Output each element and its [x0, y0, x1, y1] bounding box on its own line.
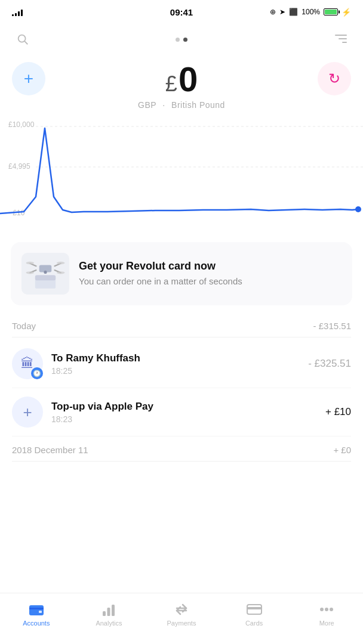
battery-pct-label: 100% — [302, 8, 320, 16]
page-dot-2 — [183, 38, 187, 42]
chart-area: £10,000 £4,995 - £10 — [0, 113, 363, 233]
analytics-nav-label: Analytics — [96, 620, 122, 627]
transaction-time-1: 18:25 — [51, 366, 300, 376]
chart-svg — [0, 113, 363, 233]
svg-point-28 — [325, 608, 328, 611]
svg-point-27 — [320, 608, 324, 611]
card-banner-description: You can order one in a matter of seconds — [79, 275, 242, 287]
nav-item-payments[interactable]: Payments — [145, 599, 218, 627]
svg-point-4 — [355, 206, 361, 212]
wallet-icon — [29, 603, 44, 616]
svg-rect-22 — [112, 605, 115, 616]
plus-icon: + — [24, 70, 33, 87]
bottom-spacer — [0, 462, 363, 519]
signal-bar-3 — [18, 11, 20, 16]
balance-section: + £ 0 GBP · British Pound ↻ — [0, 56, 363, 113]
drone-illustration — [24, 256, 66, 292]
signal-bar-2 — [15, 13, 17, 16]
transaction-details-2: Top-up via Apple Pay 18:23 — [51, 401, 317, 424]
search-icon — [16, 33, 29, 46]
dec-date-label: 2018 December 11 — [12, 445, 88, 455]
svg-rect-21 — [107, 608, 110, 616]
payments-icon — [174, 602, 189, 617]
transaction-name-2: Top-up via Apple Pay — [51, 401, 317, 413]
svg-point-12 — [26, 262, 34, 264]
svg-point-15 — [57, 271, 65, 274]
bottom-nav: Accounts Analytics Payments — [0, 593, 363, 644]
dec-total: + £0 — [333, 445, 351, 455]
svg-rect-26 — [247, 607, 262, 609]
transaction-item[interactable]: 🏛 🕐 To Ramy Khuffash 18:25 - £325.51 — [12, 340, 351, 388]
battery-fill — [325, 10, 337, 14]
clock-badge: 🕐 — [31, 367, 43, 379]
transaction-icon-bank: 🏛 🕐 — [12, 348, 43, 379]
filter-button[interactable] — [330, 29, 351, 50]
svg-point-13 — [57, 262, 65, 264]
sync-button[interactable]: ↻ — [318, 62, 351, 95]
status-bar: 09:41 ⊕ ➤ ⬛ 100% ⚡ — [0, 0, 363, 24]
more-icon — [319, 602, 334, 617]
cards-nav-label: Cards — [245, 620, 263, 627]
nav-item-cards[interactable]: Cards — [218, 599, 291, 627]
card-banner-text: Get your Revolut card now You can order … — [79, 260, 242, 287]
transaction-amount-1: - £325.51 — [308, 358, 351, 370]
cards-icon — [247, 602, 262, 617]
battery-icon — [324, 8, 338, 16]
status-time: 09:41 — [170, 7, 193, 17]
today-total: - £315.51 — [313, 321, 351, 331]
balance-amount: £ 0 — [165, 62, 198, 97]
svg-rect-18 — [29, 608, 44, 609]
airplay-icon: ⬛ — [289, 8, 298, 16]
transaction-icon-topup: + — [12, 397, 43, 428]
transaction-name-1: To Ramy Khuffash — [51, 352, 300, 364]
filter-line-2 — [339, 38, 347, 39]
svg-point-29 — [330, 608, 333, 611]
dec-section-header: 2018 December 11 + £0 — [12, 439, 351, 462]
transactions-section: Today - £315.51 🏛 🕐 To Ramy Khuffash 18:… — [0, 315, 363, 462]
svg-rect-6 — [35, 275, 56, 281]
page-dots — [176, 38, 187, 42]
signal-bars — [12, 8, 23, 16]
card-banner[interactable]: Get your Revolut card now You can order … — [11, 242, 352, 305]
currency-code: GBP — [138, 100, 156, 110]
lightning-icon: ⚡ — [342, 8, 351, 17]
signal-bar-4 — [21, 10, 23, 16]
bar-chart-icon — [101, 603, 116, 616]
svg-point-14 — [26, 271, 34, 274]
accounts-icon — [29, 602, 44, 617]
navigation-icon: ➤ — [279, 8, 285, 16]
svg-line-1 — [24, 41, 27, 44]
sync-icon: ↻ — [328, 70, 340, 87]
topup-plus-icon: + — [23, 403, 32, 422]
filter-icon — [334, 35, 347, 44]
dots-icon — [319, 603, 334, 616]
card-icon — [247, 603, 262, 615]
today-section-header: Today - £315.51 — [12, 315, 351, 338]
transaction-amount-2: + £10 — [325, 406, 351, 418]
page-dot-1 — [176, 38, 180, 42]
currency-name: British Pound — [171, 100, 225, 110]
add-button[interactable]: + — [12, 62, 45, 95]
nav-item-more[interactable]: More — [290, 599, 363, 627]
svg-point-16 — [44, 271, 47, 274]
transaction-details-1: To Ramy Khuffash 18:25 — [51, 352, 300, 376]
nav-item-analytics[interactable]: Analytics — [73, 599, 146, 627]
more-nav-label: More — [319, 620, 334, 627]
signal-bar-1 — [12, 14, 14, 16]
search-button[interactable] — [12, 29, 33, 50]
analytics-icon — [101, 602, 116, 617]
transaction-item-2[interactable]: + Top-up via Apple Pay 18:23 + £10 — [12, 388, 351, 436]
status-right: ⊕ ➤ ⬛ 100% ⚡ — [270, 8, 351, 17]
currency-symbol: £ — [165, 73, 177, 95]
nav-item-accounts[interactable]: Accounts — [0, 599, 73, 627]
balance-subtitle: GBP · British Pound — [138, 100, 225, 110]
signal-area — [12, 8, 23, 16]
filter-line-1 — [335, 35, 347, 36]
accounts-nav-label: Accounts — [23, 620, 50, 627]
filter-line-3 — [342, 42, 347, 43]
transfer-icon — [174, 603, 189, 616]
svg-rect-17 — [29, 605, 44, 615]
location-icon: ⊕ — [270, 8, 276, 16]
card-banner-image — [21, 253, 69, 295]
card-banner-title: Get your Revolut card now — [79, 260, 242, 273]
